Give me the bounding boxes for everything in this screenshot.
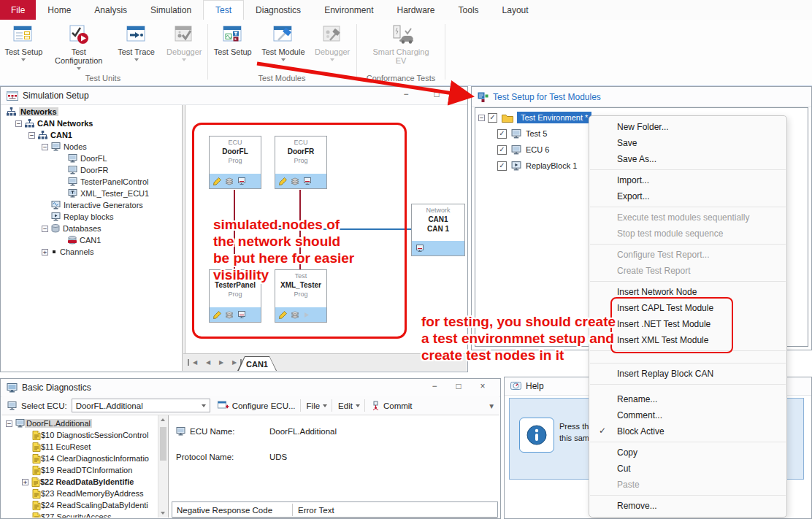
checkbox-checked[interactable]: ✓ bbox=[488, 113, 497, 123]
close-button[interactable]: × bbox=[475, 381, 490, 391]
tree-item-databases[interactable]: − Databases bbox=[2, 223, 182, 234]
scrollbar-thumb[interactable] bbox=[160, 427, 166, 461]
nav-next-icon[interactable]: ▶ bbox=[215, 359, 227, 366]
collapse-toggle-icon[interactable]: − bbox=[42, 226, 48, 232]
tree-item-doorfr[interactable]: DoorFR bbox=[2, 164, 182, 176]
nav-last-icon[interactable]: ▶ bbox=[229, 359, 242, 366]
scroll-down-icon[interactable] bbox=[161, 512, 165, 515]
menu-item-copy[interactable]: Copy bbox=[589, 445, 786, 461]
service-item[interactable]: $24 ReadScalingDataByIdenti bbox=[1, 499, 168, 511]
tab-file[interactable]: File bbox=[0, 0, 36, 20]
nav-first-icon[interactable]: ◀ bbox=[188, 359, 201, 366]
maximize-button[interactable]: □ bbox=[451, 381, 466, 391]
menu-item-remove[interactable]: Remove... bbox=[589, 498, 786, 514]
service-item[interactable]: $14 ClearDiagnosticInformatio bbox=[1, 453, 168, 464]
service-item[interactable]: $10 DiagnosticSessionControl bbox=[1, 429, 168, 441]
page-tab-can1[interactable]: CAN1 bbox=[237, 356, 277, 371]
minimize-button[interactable]: − bbox=[399, 89, 413, 99]
tree-item-replayblock-1[interactable]: ✓ ReplayBlock 1 bbox=[497, 158, 577, 174]
tree-item-can1[interactable]: − CAN1 bbox=[2, 129, 182, 141]
minimize-button[interactable]: − bbox=[427, 381, 442, 391]
tree-item-networks[interactable]: Networks bbox=[2, 106, 182, 118]
menu-item-save-as[interactable]: Save As... bbox=[589, 151, 786, 167]
menu-item-import[interactable]: Import... bbox=[589, 172, 786, 188]
ecu-node-icon bbox=[511, 145, 521, 155]
tree-item-nodes[interactable]: − Nodes bbox=[2, 141, 182, 153]
tab-home[interactable]: Home bbox=[36, 0, 83, 20]
tree-diagram-splitter[interactable] bbox=[182, 105, 185, 371]
menu-item-create-test-report: Create Test Report bbox=[589, 263, 786, 279]
service-item[interactable]: $11 EcuReset bbox=[1, 441, 168, 453]
replay-node-icon bbox=[51, 212, 61, 221]
nav-prev-icon[interactable]: ◀ bbox=[202, 359, 214, 366]
expand-toggle-icon[interactable]: + bbox=[42, 249, 48, 255]
service-item-read-data-by-identifier[interactable]: + $22 ReadDataByIdentifie bbox=[1, 476, 168, 488]
tab-simulation[interactable]: Simulation bbox=[139, 0, 203, 20]
tree-item-testerpanelcontrol[interactable]: TesterPanelControl bbox=[2, 176, 182, 188]
menu-item-export[interactable]: Export... bbox=[589, 188, 786, 204]
test-configuration-button[interactable]: Test Configuration bbox=[47, 22, 110, 70]
ecu-select-dropdown[interactable]: DoorFL.Additional bbox=[72, 399, 210, 412]
commit-button[interactable]: Commit bbox=[371, 401, 413, 411]
menu-item-rename[interactable]: Rename... bbox=[589, 391, 786, 407]
checkbox-checked[interactable]: ✓ bbox=[497, 161, 507, 171]
edit-menu-button[interactable]: Edit bbox=[338, 401, 360, 410]
collapse-toggle-icon[interactable]: − bbox=[42, 144, 48, 150]
vertical-scrollbar[interactable] bbox=[158, 415, 168, 518]
tree-item-doorfl[interactable]: DoorFL bbox=[2, 153, 182, 164]
tree-item-test-5[interactable]: ✓ Test 5 bbox=[497, 126, 547, 142]
scroll-up-icon[interactable] bbox=[161, 418, 165, 421]
toolbar-separator bbox=[332, 399, 332, 412]
menu-item-comment[interactable]: Comment... bbox=[589, 407, 786, 423]
tab-diagnostics[interactable]: Diagnostics bbox=[244, 0, 313, 20]
tree-item-test-environment[interactable]: − ✓ Test Environment * bbox=[478, 109, 591, 126]
service-item[interactable]: $27 SecurityAccess bbox=[1, 511, 168, 518]
menu-item-cut[interactable]: Cut bbox=[589, 461, 786, 477]
test-setup-units-button[interactable]: Test Setup bbox=[0, 22, 47, 61]
menu-item-configure-test-report: Configure Test Report... bbox=[589, 247, 786, 263]
toolbar-overflow-icon[interactable]: ▾ bbox=[489, 401, 494, 411]
tree-item-channels[interactable]: + Channels bbox=[2, 246, 182, 258]
database-icon bbox=[51, 224, 60, 233]
test-module-button[interactable]: Test Module bbox=[256, 22, 310, 61]
tab-environment[interactable]: Environment bbox=[313, 0, 385, 20]
collapse-toggle-icon[interactable]: − bbox=[478, 115, 485, 121]
collapse-toggle-icon[interactable]: − bbox=[15, 120, 22, 127]
tab-analysis[interactable]: Analysis bbox=[83, 0, 139, 20]
file-menu-button[interactable]: File bbox=[307, 401, 328, 410]
tree-item-can1-database[interactable]: CAN1 bbox=[2, 234, 182, 246]
button-label: Smart Charging EV bbox=[367, 47, 434, 65]
menu-item-new-folder[interactable]: New Folder... bbox=[589, 119, 786, 135]
tree-item-replay-blocks[interactable]: Replay blocks bbox=[2, 211, 182, 223]
tree-item-doorfl-additional[interactable]: − DoorFL.Additional bbox=[1, 418, 168, 429]
tab-tools[interactable]: Tools bbox=[447, 0, 491, 20]
tab-layout[interactable]: Layout bbox=[491, 0, 540, 20]
tree-item-ecu-6[interactable]: ✓ ECU 6 bbox=[497, 142, 549, 158]
menu-item-save[interactable]: Save bbox=[589, 135, 786, 151]
collapse-toggle-icon[interactable]: − bbox=[28, 132, 35, 139]
maximize-button[interactable]: □ bbox=[429, 89, 444, 99]
menu-item-insert-replay-block-can[interactable]: Insert Replay Block CAN bbox=[589, 366, 786, 382]
service-item[interactable]: $19 ReadDTCInformation bbox=[1, 464, 168, 476]
checkbox-checked[interactable]: ✓ bbox=[497, 129, 507, 139]
tree-item-can-networks[interactable]: − CAN Networks bbox=[2, 118, 182, 129]
info-icon bbox=[526, 424, 548, 446]
test-trace-button[interactable]: Test Trace bbox=[110, 22, 163, 61]
expand-toggle-icon[interactable]: + bbox=[22, 479, 28, 485]
column-header-negative-response-code[interactable]: Negative Response Code bbox=[177, 502, 272, 518]
configure-ecu-button[interactable]: Configure ECU... bbox=[218, 401, 296, 410]
test-setup-modules-button[interactable]: Test Setup bbox=[209, 22, 256, 56]
checkbox-checked[interactable]: ✓ bbox=[497, 145, 507, 155]
column-header-error-text[interactable]: Error Text bbox=[298, 502, 334, 518]
network-box-can1[interactable]: Network CAN1 CAN 1 bbox=[411, 204, 465, 256]
menu-item-block-active[interactable]: ✓Block Active bbox=[589, 423, 786, 439]
collapse-toggle-icon[interactable]: − bbox=[6, 420, 12, 427]
column-divider[interactable] bbox=[292, 504, 293, 516]
tree-item-xml-tester-ecu1[interactable]: XML_Tester_ECU1 bbox=[2, 188, 182, 199]
tab-hardware[interactable]: Hardware bbox=[386, 0, 447, 20]
tree-item-interactive-generators[interactable]: Interactive Generators bbox=[2, 199, 182, 211]
node-network-icon[interactable] bbox=[415, 245, 424, 253]
service-item[interactable]: $23 ReadMemoryByAddress bbox=[1, 488, 168, 499]
tab-test[interactable]: Test bbox=[203, 0, 244, 20]
test-setup-titlebar: Test Setup for Test Modules bbox=[472, 87, 811, 107]
